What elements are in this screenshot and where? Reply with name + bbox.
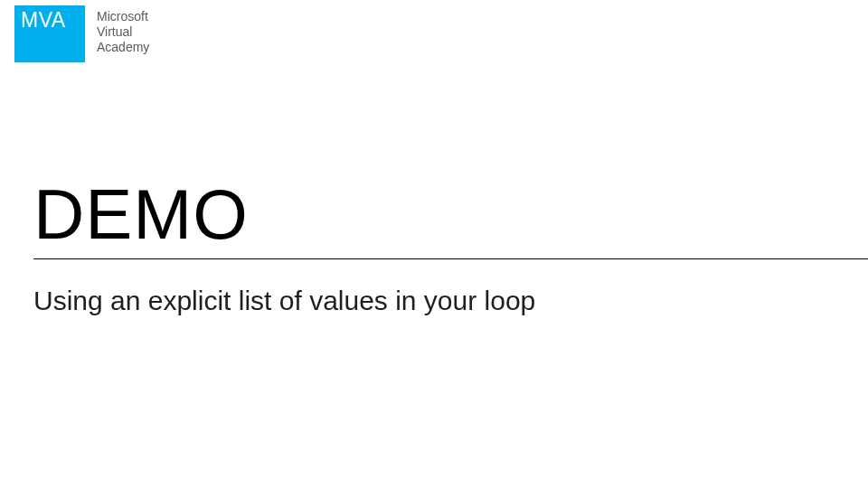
brand-tile-text: MVA bbox=[21, 10, 66, 31]
brand-tile: MVA bbox=[14, 5, 85, 62]
brand-logo: MVA Microsoft Virtual Academy bbox=[14, 5, 149, 62]
slide-subtitle: Using an explicit list of values in your… bbox=[33, 286, 535, 316]
brand-full-name: Microsoft Virtual Academy bbox=[97, 5, 149, 55]
slide-title: DEMO bbox=[33, 179, 868, 253]
title-block: DEMO bbox=[33, 179, 868, 259]
brand-line-1: Microsoft bbox=[97, 9, 149, 24]
title-underline bbox=[33, 258, 868, 259]
brand-line-3: Academy bbox=[97, 40, 149, 55]
brand-line-2: Virtual bbox=[97, 24, 149, 40]
